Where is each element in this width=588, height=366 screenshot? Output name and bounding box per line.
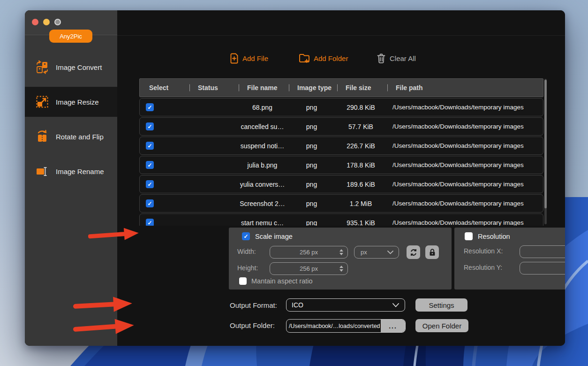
height-label: Height:	[237, 264, 258, 272]
output-folder-field[interactable]: /Users/macbook/…loads/converted	[286, 320, 381, 332]
titlebar-divider	[117, 35, 565, 36]
cell-file-name: suspend noti…	[237, 142, 287, 150]
sidebar-item-label: Image Convert	[56, 63, 102, 71]
cell-image-type: png	[287, 142, 336, 150]
cell-file-name: start nemu c…	[237, 219, 287, 226]
scale-image-label: Scale image	[255, 233, 293, 240]
width-label: Width:	[237, 248, 256, 255]
column-header-select: Select	[140, 84, 188, 92]
table-row[interactable]: yulia convers… png 189.6 KiB /Users/macb…	[139, 175, 543, 193]
swap-dimensions-button[interactable]	[407, 245, 420, 259]
table-header: Select Status File name Image type File …	[139, 78, 543, 97]
image-convert-icon	[35, 60, 49, 74]
cell-image-type: png	[287, 219, 336, 226]
output-format-value: ICO	[292, 301, 303, 309]
height-stepper[interactable]	[339, 263, 343, 274]
image-rename-icon	[35, 164, 49, 178]
row-checkbox[interactable]	[146, 161, 154, 169]
cell-image-type: png	[287, 104, 336, 111]
cell-file-name: Screenshot 2…	[237, 200, 287, 207]
resolution-panel: Resolution Resolution X: 0 dpi Resolutio…	[454, 228, 565, 290]
chevron-down-icon	[387, 251, 393, 254]
sidebar-item-image-resize[interactable]: Image Resize	[25, 87, 117, 117]
cell-file-size: 226.7 KiB	[336, 142, 386, 150]
cell-file-size: 290.8 KiB	[336, 104, 386, 111]
resolution-y-input[interactable]: 0 dpi	[520, 262, 565, 274]
sidebar-item-label: Image Rename	[56, 168, 104, 175]
rotate-flip-icon	[35, 130, 49, 144]
sidebar-item-label: Rotate and Flip	[56, 133, 104, 141]
column-header-image-type: Image type	[288, 84, 336, 92]
row-checkbox[interactable]	[146, 219, 154, 226]
row-checkbox[interactable]	[146, 142, 154, 150]
width-input[interactable]: 256 px	[270, 246, 348, 259]
row-checkbox[interactable]	[146, 122, 154, 130]
scale-image-checkbox[interactable]	[242, 232, 250, 240]
output-folder-label: Output Folder:	[230, 321, 275, 329]
add-folder-button[interactable]: Add Folder	[299, 53, 348, 63]
cell-file-name: 68.png	[237, 104, 287, 111]
settings-label: Settings	[429, 301, 454, 309]
resolution-label: Resolution	[478, 233, 510, 240]
minimize-window-button[interactable]	[43, 19, 50, 25]
close-window-button[interactable]	[32, 19, 38, 25]
cell-file-path: /Users/macbook/Downloads/temporary image…	[386, 219, 543, 226]
lock-ratio-button[interactable]	[425, 245, 439, 259]
height-input[interactable]: 256 px	[270, 262, 348, 275]
table-row[interactable]: 68.png png 290.8 KiB /Users/macbook/Down…	[139, 98, 543, 116]
unit-value: px	[361, 249, 367, 256]
width-stepper[interactable]	[339, 246, 343, 258]
cell-file-size: 1.2 MiB	[336, 200, 386, 207]
maintain-aspect-label: Mantain aspect ratio	[251, 277, 313, 285]
width-value: 256 px	[300, 249, 318, 256]
open-folder-label: Open Folder	[422, 322, 461, 330]
sidebar-item-rotate-and-flip[interactable]: Rotate and Flip	[25, 122, 117, 152]
cell-file-path: /Users/macbook/Downloads/temporary image…	[386, 200, 543, 207]
unit-dropdown[interactable]: px	[354, 246, 399, 259]
scrollbar-thumb[interactable]	[544, 80, 547, 208]
open-folder-button[interactable]: Open Folder	[415, 319, 468, 332]
sidebar-item-label: Image Resize	[56, 98, 99, 106]
clear-all-label: Clear All	[390, 54, 416, 62]
cell-file-size: 935.1 KiB	[336, 219, 386, 226]
row-checkbox[interactable]	[146, 199, 154, 207]
chevron-down-icon	[392, 303, 399, 307]
add-folder-icon	[299, 53, 310, 63]
zoom-window-button[interactable]	[54, 19, 61, 25]
add-file-button[interactable]: Add File	[230, 53, 268, 64]
output-folder-group: /Users/macbook/…loads/converted ...	[286, 319, 406, 333]
output-format-label: Output Format:	[230, 301, 277, 309]
clear-all-button[interactable]: Clear All	[377, 53, 416, 64]
table-row[interactable]: suspend noti… png 226.7 KiB /Users/macbo…	[139, 137, 543, 155]
main-content: ? Add File Add Folder	[117, 10, 565, 346]
row-checkbox[interactable]	[146, 103, 154, 111]
cell-file-path: /Users/macbook/Downloads/temporary image…	[386, 123, 543, 130]
add-file-icon	[230, 53, 239, 64]
cell-image-type: png	[287, 181, 336, 188]
table-row[interactable]: cancelled su… png 57.7 KiB /Users/macboo…	[139, 117, 543, 136]
column-header-file-path: File path	[386, 84, 543, 92]
row-checkbox[interactable]	[146, 180, 154, 188]
settings-button[interactable]: Settings	[415, 298, 467, 312]
cell-file-path: /Users/macbook/Downloads/temporary image…	[386, 142, 543, 149]
resolution-x-input[interactable]: 0 dpi	[520, 245, 565, 258]
sidebar-item-image-rename[interactable]: Image Rename	[25, 156, 117, 186]
output-format-dropdown[interactable]: ICO	[286, 298, 405, 312]
cell-file-size: 178.8 KiB	[336, 161, 386, 169]
table-row[interactable]: Screenshot 2… png 1.2 MiB /Users/macbook…	[139, 194, 543, 213]
resolution-x-label: Resolution X:	[464, 247, 503, 255]
table-row[interactable]: start nemu c… png 935.1 KiB /Users/macbo…	[139, 214, 543, 226]
browse-folder-button[interactable]: ...	[381, 320, 405, 332]
resolution-checkbox[interactable]	[465, 232, 473, 240]
sidebar-item-image-convert[interactable]: Image Convert	[25, 52, 117, 82]
trash-icon	[377, 53, 386, 64]
cell-file-name: cancelled su…	[237, 123, 287, 130]
lock-icon	[428, 248, 437, 257]
add-folder-label: Add Folder	[314, 54, 348, 62]
scale-image-panel: Scale image Width: 256 px px	[229, 228, 452, 290]
maintain-aspect-checkbox[interactable]	[239, 277, 247, 285]
cell-file-name: yulia convers…	[237, 181, 287, 188]
table-row[interactable]: julia b.png png 178.8 KiB /Users/macbook…	[139, 156, 543, 174]
sidebar: Any2Pic Image Convert	[25, 10, 117, 346]
refresh-icon	[409, 248, 418, 257]
